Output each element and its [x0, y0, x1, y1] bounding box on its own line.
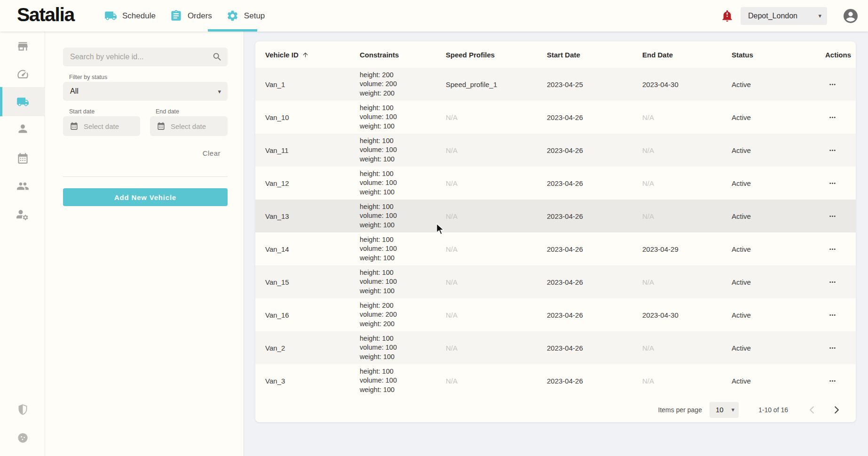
end-date-cell: N/A	[642, 113, 732, 121]
column-header-label: Vehicle ID	[265, 51, 299, 59]
end-date-cell: N/A	[642, 377, 732, 385]
start-date-cell: 2023-04-26	[547, 278, 642, 286]
tab-schedule[interactable]: Schedule	[104, 9, 156, 22]
row-actions-menu-button[interactable]	[828, 177, 842, 189]
column-header-status[interactable]: Status	[732, 51, 825, 59]
truck-icon	[104, 9, 117, 22]
sidebar-item-people[interactable]	[0, 171, 45, 200]
status-cell: Active	[732, 146, 825, 154]
depot-selector[interactable]: Depot_London ▾	[741, 7, 827, 25]
calendar-icon	[70, 122, 79, 131]
row-actions-menu-button[interactable]	[828, 375, 842, 386]
bell-alert-icon[interactable]	[721, 9, 734, 22]
column-header-label: Start Date	[547, 51, 580, 59]
constraints-cell: height: 100volume: 100weight: 100	[360, 235, 446, 263]
row-actions-menu-button[interactable]	[828, 112, 842, 123]
table-row-van_11[interactable]: Van_11height: 100volume: 100weight: 100N…	[255, 134, 856, 167]
status-cell: Active	[732, 212, 825, 220]
sidebar-footer-shield[interactable]	[0, 395, 45, 424]
constraint-line: volume: 100	[360, 277, 446, 287]
table-row-van_2[interactable]: Van_2height: 100volume: 100weight: 100N/…	[255, 331, 856, 364]
start-date-cell: 2023-04-26	[547, 179, 642, 187]
user-avatar-icon[interactable]	[842, 8, 859, 24]
search-input[interactable]	[63, 48, 228, 66]
constraint-line: weight: 100	[360, 287, 446, 296]
speed-profile-cell: N/A	[446, 179, 547, 187]
tab-setup[interactable]: Setup	[226, 9, 265, 22]
row-actions-menu-button[interactable]	[828, 309, 842, 320]
column-header-start-date[interactable]: Start Date	[547, 51, 642, 59]
table-row-van_13[interactable]: Van_13height: 100volume: 100weight: 100N…	[255, 200, 856, 232]
column-header-label: Constraints	[360, 51, 399, 59]
column-header-label: Actions	[825, 51, 851, 59]
sidebar-item-store[interactable]	[0, 32, 45, 61]
row-actions-menu-button[interactable]	[828, 243, 842, 255]
filter-panel: Filter by status All ▾ Start date End da…	[45, 32, 244, 456]
sidebar-item-calendar[interactable]	[0, 144, 45, 173]
actions-cell	[825, 112, 856, 123]
status-cell: Active	[732, 113, 825, 121]
row-actions-menu-button[interactable]	[828, 79, 842, 90]
row-actions-menu-button[interactable]	[828, 210, 842, 222]
more-horiz-icon	[828, 146, 837, 155]
page-range-label: 1-10 of 16	[758, 406, 788, 414]
table-row-van_3[interactable]: Van_3height: 100volume: 100weight: 100N/…	[255, 364, 856, 397]
sort-ascending-icon	[302, 51, 309, 58]
constraint-line: weight: 100	[360, 122, 446, 131]
start-date-cell: 2023-04-26	[547, 377, 642, 385]
sidebar-item-people-gear[interactable]	[0, 200, 45, 230]
table-row-van_14[interactable]: Van_14height: 100volume: 100weight: 100N…	[255, 232, 856, 265]
vehicle-id-cell: Van_14	[265, 245, 360, 253]
add-new-vehicle-button[interactable]: Add New Vehicle	[63, 188, 228, 206]
status-filter-select[interactable]: All ▾	[63, 82, 228, 101]
row-actions-menu-button[interactable]	[828, 342, 842, 353]
table-row-van_15[interactable]: Van_15height: 100volume: 100weight: 100N…	[255, 265, 856, 298]
status-cell: Active	[732, 311, 825, 319]
sidebar-footer-cookie[interactable]	[0, 423, 45, 452]
speed-profile-cell: N/A	[446, 212, 547, 220]
dashboard-icon	[16, 68, 29, 80]
column-header-constraints[interactable]: Constraints	[360, 51, 446, 59]
clear-filters-button[interactable]: Clear	[203, 149, 221, 157]
vehicle-id-cell: Van_3	[265, 377, 360, 385]
vehicle-id-cell: Van_1	[265, 80, 360, 88]
actions-cell	[825, 79, 856, 90]
row-actions-menu-button[interactable]	[828, 144, 842, 156]
end-date-input[interactable]: Select date	[150, 116, 228, 136]
column-header-actions[interactable]: Actions	[825, 51, 856, 59]
column-header-end-date[interactable]: End Date	[642, 51, 732, 59]
status-cell: Active	[732, 344, 825, 352]
start-date-input[interactable]: Select date	[63, 116, 140, 136]
table-row-van_10[interactable]: Van_10height: 100volume: 100weight: 100N…	[255, 101, 856, 134]
column-header-vehicle-id[interactable]: Vehicle ID	[265, 51, 360, 59]
sidebar-item-person[interactable]	[0, 114, 45, 143]
tab-label: Orders	[188, 11, 212, 21]
table-row-van_16[interactable]: Van_16height: 200volume: 200weight: 200N…	[255, 298, 856, 331]
status-filter-value: All	[70, 87, 218, 96]
more-horiz-icon	[828, 376, 837, 385]
table-row-van_1[interactable]: Van_1height: 200volume: 200weight: 200Sp…	[255, 68, 856, 101]
previous-page-button[interactable]	[806, 404, 818, 416]
start-date-cell: 2023-04-26	[547, 113, 642, 121]
vehicles-table-card: Vehicle IDConstraintsSpeed ProfilesStart…	[255, 41, 856, 422]
search-icon	[212, 52, 222, 62]
next-page-button[interactable]	[830, 404, 843, 416]
actions-cell	[825, 276, 856, 288]
speed-profile-cell: N/A	[446, 278, 547, 286]
column-header-speed-profiles[interactable]: Speed Profiles	[446, 51, 547, 59]
vehicle-id-cell: Van_13	[265, 212, 360, 220]
start-date-label: Start date	[69, 108, 95, 115]
actions-cell	[825, 177, 856, 189]
header-right: Depot_London ▾	[721, 0, 868, 32]
constraints-cell: height: 100volume: 100weight: 100	[360, 202, 446, 230]
page-size-select[interactable]: 10 ▾	[710, 402, 739, 418]
tab-orders[interactable]: Orders	[170, 9, 212, 22]
constraint-line: weight: 100	[360, 221, 446, 230]
table-row-van_12[interactable]: Van_12height: 100volume: 100weight: 100N…	[255, 167, 856, 200]
tab-label: Schedule	[122, 11, 156, 21]
row-actions-menu-button[interactable]	[828, 276, 842, 288]
end-date-cell: N/A	[642, 179, 732, 187]
sidebar-item-dashboard[interactable]	[0, 59, 45, 88]
sidebar-item-truck[interactable]	[0, 87, 45, 116]
start-date-placeholder: Select date	[84, 122, 119, 130]
